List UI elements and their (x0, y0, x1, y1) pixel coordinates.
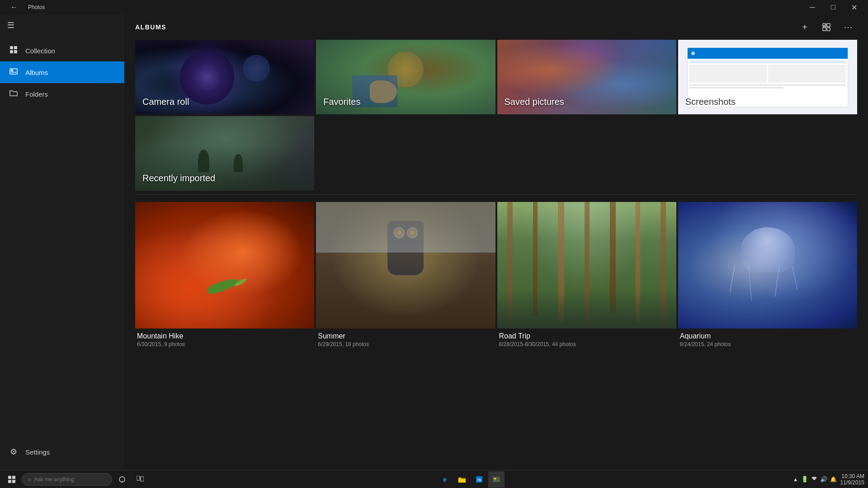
empty-tile-1 (316, 116, 495, 191)
photos-taskbar-btn[interactable] (488, 471, 505, 488)
album-tile-recently-imported[interactable]: Recently imported (135, 116, 314, 191)
sidebar-item-collection[interactable]: Collection (0, 40, 124, 61)
svg-rect-6 (11, 72, 16, 73)
search-circle-icon: ○ (28, 476, 31, 483)
saved-pictures-label: Saved pictures (505, 97, 564, 107)
clock[interactable]: 10:30 AM 11/9/2015 (840, 473, 864, 486)
summer-info: Summer 6/29/2015, 18 photos (316, 328, 495, 349)
recently-imported-label: Recently imported (142, 173, 215, 183)
svg-rect-4 (10, 69, 17, 74)
edge-taskbar-btn[interactable]: e (437, 471, 453, 488)
road-trip-title: Road Trip (499, 332, 675, 340)
system-tray: ▲ 🔋 🔊 🔔 (793, 476, 837, 483)
notification-icon: 🔔 (830, 476, 837, 483)
mountain-hike-thumbnail (135, 202, 314, 328)
aquarium-title: Aquarium (680, 332, 855, 340)
volume-icon: 🔊 (820, 476, 827, 483)
task-view-button[interactable] (132, 471, 148, 488)
sidebar-item-albums[interactable]: Albums (0, 61, 124, 83)
window-controls: ─ □ ✕ (802, 0, 864, 14)
photo-card-mountain-hike[interactable]: Mountain Hike 6/30/2015, 9 photos (135, 202, 314, 349)
svg-rect-3 (14, 50, 17, 53)
road-trip-image (497, 202, 676, 328)
title-bar-left: ← Photos (4, 0, 45, 14)
sidebar-bottom: ⚙ Settings (0, 434, 124, 470)
sidebar-item-folders[interactable]: Folders (0, 83, 124, 105)
date-display: 11/9/2015 (840, 479, 864, 486)
svg-rect-8 (827, 23, 830, 27)
photo-card-aquarium[interactable]: Aquarium 8/24/2015, 24 photos (678, 202, 857, 349)
photo-grid: Mountain Hike 6/30/2015, 9 photos (135, 202, 857, 349)
screenshots-label: Screenshots (685, 97, 736, 107)
chevron-up-icon[interactable]: ▲ (793, 476, 798, 483)
summer-meta: 6/29/2015, 18 photos (318, 341, 493, 347)
back-button[interactable]: ← (4, 0, 24, 14)
explorer-taskbar-btn[interactable] (454, 471, 470, 488)
taskbar-left: ○ (4, 471, 148, 488)
minimize-button[interactable]: ─ (802, 0, 823, 14)
section-divider (135, 194, 857, 195)
select-button[interactable] (817, 18, 835, 36)
svg-rect-10 (827, 28, 830, 31)
albums-scroll-area[interactable]: Camera roll Favorites (124, 40, 868, 470)
aquarium-info: Aquarium 8/24/2015, 24 photos (678, 328, 857, 349)
svg-rect-12 (12, 476, 15, 479)
settings-label: Settings (25, 448, 50, 456)
svg-rect-22 (493, 477, 500, 482)
app-title: Photos (28, 4, 45, 10)
close-button[interactable]: ✕ (844, 0, 864, 14)
search-bar[interactable]: ○ (22, 473, 112, 486)
empty-tile-3 (678, 116, 857, 191)
settings-item[interactable]: ⚙ Settings (0, 441, 124, 463)
sidebar-top: ☰ (0, 14, 124, 36)
content-area: ALBUMS + ⋯ (124, 14, 868, 470)
cortana-button[interactable] (114, 471, 130, 488)
restore-button[interactable]: □ (823, 0, 844, 14)
summer-thumbnail (316, 202, 495, 328)
collection-label: Collection (25, 47, 55, 55)
folders-label: Folders (25, 90, 48, 98)
start-button[interactable] (4, 471, 20, 488)
favorites-label: Favorites (323, 97, 360, 107)
svg-rect-2 (10, 50, 13, 53)
road-trip-meta: 8/28/2015-8/30/2015, 44 photos (499, 341, 675, 347)
svg-rect-16 (122, 481, 123, 483)
road-trip-info: Road Trip 8/28/2015-8/30/2015, 44 photos (497, 328, 676, 349)
sidebar: ☰ Collection (0, 14, 124, 470)
mountain-hike-title: Mountain Hike (137, 332, 312, 340)
more-options-button[interactable]: ⋯ (839, 18, 857, 36)
albums-icon (9, 67, 18, 78)
album-tile-favorites[interactable]: Favorites (316, 40, 495, 114)
page-title: ALBUMS (135, 23, 166, 31)
aquarium-thumbnail (678, 202, 857, 328)
svg-rect-1 (14, 46, 17, 49)
svg-rect-5 (11, 70, 13, 71)
photo-card-summer[interactable]: Summer 6/29/2015, 18 photos (316, 202, 495, 349)
svg-text:🛍: 🛍 (477, 478, 481, 482)
album-tiles-row1: Camera roll Favorites (135, 40, 857, 114)
albums-label: Albums (25, 69, 48, 76)
photo-card-road-trip[interactable]: Road Trip 8/28/2015-8/30/2015, 44 photos (497, 202, 676, 349)
empty-tile-2 (497, 116, 676, 191)
svg-rect-11 (8, 476, 11, 479)
sidebar-nav: Collection Albums Folder (0, 36, 124, 434)
app-body: ☰ Collection (0, 14, 868, 470)
settings-icon: ⚙ (9, 447, 18, 457)
camera-roll-label: Camera roll (142, 97, 189, 107)
add-album-button[interactable]: + (796, 18, 814, 36)
store-taskbar-btn[interactable]: 🛍 (471, 471, 487, 488)
hamburger-icon[interactable]: ☰ (7, 20, 14, 30)
album-tile-screenshots[interactable]: Screenshots (678, 40, 857, 114)
mountain-hike-meta: 6/30/2015, 9 photos (137, 341, 312, 347)
summer-image (316, 202, 495, 328)
svg-rect-17 (137, 476, 140, 480)
mountain-hike-info: Mountain Hike 6/30/2015, 9 photos (135, 328, 314, 349)
album-tile-saved-pictures[interactable]: Saved pictures (497, 40, 676, 114)
search-input[interactable] (34, 476, 106, 483)
album-tiles-row2: Recently imported (135, 116, 857, 191)
svg-rect-13 (8, 480, 11, 483)
taskbar-right: ▲ 🔋 🔊 🔔 10:30 AM 11/9/2015 (793, 473, 864, 486)
mountain-hike-image (135, 202, 314, 328)
album-tile-camera-roll[interactable]: Camera roll (135, 40, 314, 114)
svg-rect-9 (823, 28, 826, 31)
